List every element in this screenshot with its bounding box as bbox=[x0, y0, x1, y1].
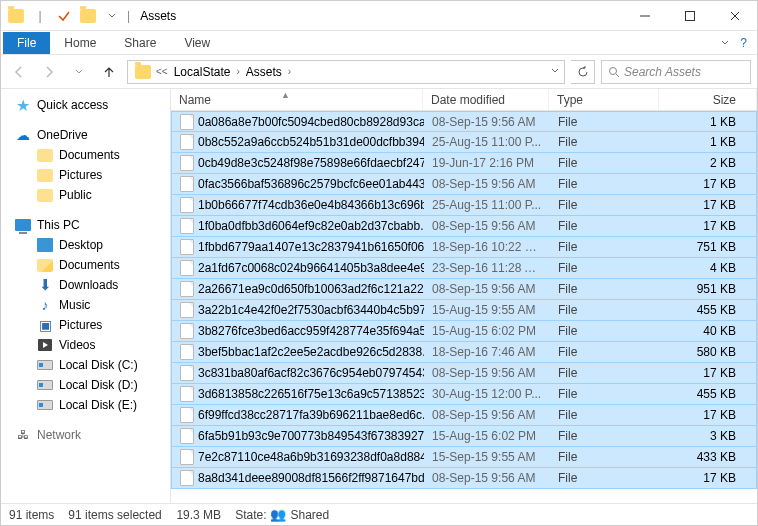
minimize-button[interactable] bbox=[622, 1, 667, 31]
cell-type: File bbox=[550, 366, 660, 380]
table-row[interactable]: 8a8d341deee89008df81566f2ff9871647bd...0… bbox=[171, 468, 757, 489]
refresh-button[interactable] bbox=[571, 60, 595, 84]
close-button[interactable] bbox=[712, 1, 757, 31]
properties-icon[interactable] bbox=[53, 5, 75, 27]
cell-type: File bbox=[550, 471, 660, 485]
column-date[interactable]: Date modified bbox=[423, 89, 549, 110]
tree-onedrive-pictures[interactable]: Pictures bbox=[3, 165, 168, 185]
file-icon bbox=[180, 114, 194, 130]
table-row[interactable]: 0a086a8e7b00fc5094cbed80cb8928d93ca...08… bbox=[171, 111, 757, 132]
tree-onedrive-documents[interactable]: Documents bbox=[3, 145, 168, 165]
search-icon bbox=[608, 66, 620, 78]
tree-desktop[interactable]: Desktop bbox=[3, 235, 168, 255]
table-row[interactable]: 3a22b1c4e42f0e2f7530acbf63440b4c5b97...1… bbox=[171, 300, 757, 321]
file-icon bbox=[180, 176, 194, 192]
tab-file[interactable]: File bbox=[3, 32, 50, 54]
table-row[interactable]: 1b0b66677f74cdb36e0e4b84366b13c696b...25… bbox=[171, 195, 757, 216]
table-row[interactable]: 7e2c87110ce48a6b9b31693238df0a8d884...15… bbox=[171, 447, 757, 468]
chevron-right-icon[interactable]: << bbox=[156, 66, 168, 77]
tree-disk-e[interactable]: Local Disk (E:) bbox=[3, 395, 168, 415]
table-row[interactable]: 6fa5b91b93c9e700773b849543f67383927c...1… bbox=[171, 426, 757, 447]
tree-this-pc[interactable]: This PC bbox=[3, 215, 168, 235]
tab-view[interactable]: View bbox=[170, 32, 224, 54]
tree-videos[interactable]: Videos bbox=[3, 335, 168, 355]
address-bar[interactable]: << LocalState › Assets › bbox=[127, 60, 565, 84]
table-row[interactable]: 1fbbd6779aa1407e13c2837941b61650f06f...1… bbox=[171, 237, 757, 258]
help-icon[interactable]: ? bbox=[740, 36, 747, 50]
cloud-icon: ☁ bbox=[15, 127, 31, 143]
chevron-right-icon[interactable]: › bbox=[288, 66, 291, 77]
table-row[interactable]: 2a26671ea9c0d650fb10063ad2f6c121a22d...0… bbox=[171, 279, 757, 300]
tree-music[interactable]: ♪Music bbox=[3, 295, 168, 315]
cell-date: 30-Aug-15 12:00 P... bbox=[424, 387, 550, 401]
table-row[interactable]: 1f0ba0dfbb3d6064ef9c82e0ab2d37cbabb...08… bbox=[171, 216, 757, 237]
table-row[interactable]: 6f99ffcd38cc28717fa39b696211bae8ed6c...0… bbox=[171, 405, 757, 426]
cell-name: 0fac3566baf536896c2579bcfc6ee01ab443... bbox=[172, 176, 424, 192]
breadcrumb-current[interactable]: Assets bbox=[242, 65, 286, 79]
cell-type: File bbox=[550, 282, 660, 296]
cell-size: 17 KB bbox=[660, 408, 756, 422]
chevron-right-icon[interactable]: › bbox=[236, 66, 239, 77]
column-name[interactable]: Name bbox=[171, 89, 423, 110]
column-type[interactable]: Type bbox=[549, 89, 659, 110]
cell-date: 23-Sep-16 11:28 AM bbox=[424, 261, 550, 275]
folder-icon bbox=[37, 167, 53, 183]
tree-disk-c[interactable]: Local Disk (C:) bbox=[3, 355, 168, 375]
addr-dropdown-icon[interactable] bbox=[550, 65, 560, 79]
maximize-button[interactable] bbox=[667, 1, 712, 31]
tree-onedrive[interactable]: ☁ OneDrive bbox=[3, 125, 168, 145]
tree-quick-access[interactable]: ★ Quick access bbox=[3, 95, 168, 115]
search-input[interactable]: Search Assets bbox=[601, 60, 751, 84]
cell-date: 08-Sep-15 9:56 AM bbox=[424, 408, 550, 422]
table-row[interactable]: 3d6813858c226516f75e13c6a9c571385239...3… bbox=[171, 384, 757, 405]
file-list[interactable]: 0a086a8e7b00fc5094cbed80cb8928d93ca...08… bbox=[171, 111, 757, 503]
cell-type: File bbox=[550, 324, 660, 338]
tree-pictures[interactable]: ▣Pictures bbox=[3, 315, 168, 335]
tab-home[interactable]: Home bbox=[50, 32, 110, 54]
cell-date: 08-Sep-15 9:56 AM bbox=[424, 282, 550, 296]
navigation-tree[interactable]: ★ Quick access ☁ OneDrive Documents Pict… bbox=[1, 89, 171, 503]
table-row[interactable]: 3bef5bbac1af2c2ee5e2acdbe926c5d2838...18… bbox=[171, 342, 757, 363]
table-row[interactable]: 2a1fd67c0068c024b96641405b3a8dee4e9...23… bbox=[171, 258, 757, 279]
tree-documents[interactable]: Documents bbox=[3, 255, 168, 275]
table-row[interactable]: 3b8276fce3bed6acc959f428774e35f694a5...1… bbox=[171, 321, 757, 342]
cell-name: 3bef5bbac1af2c2ee5e2acdbe926c5d2838... bbox=[172, 344, 424, 360]
forward-button[interactable] bbox=[37, 60, 61, 84]
table-row[interactable]: 0fac3566baf536896c2579bcfc6ee01ab443...0… bbox=[171, 174, 757, 195]
status-selected-count: 91 items selected 19.3 MB bbox=[68, 508, 221, 522]
column-size[interactable]: Size bbox=[659, 89, 757, 110]
tree-disk-d[interactable]: Local Disk (D:) bbox=[3, 375, 168, 395]
new-folder-icon[interactable] bbox=[77, 5, 99, 27]
qat-dropdown-icon[interactable] bbox=[101, 5, 123, 27]
back-button[interactable] bbox=[7, 60, 31, 84]
tree-downloads[interactable]: ⬇Downloads bbox=[3, 275, 168, 295]
cell-name: 1b0b66677f74cdb36e0e4b84366b13c696b... bbox=[172, 197, 424, 213]
disk-icon bbox=[37, 357, 53, 373]
table-row[interactable]: 0cb49d8e3c5248f98e75898e66fdaecbf247...1… bbox=[171, 153, 757, 174]
folder-icon bbox=[37, 257, 53, 273]
cell-date: 15-Aug-15 6:02 PM bbox=[424, 429, 550, 443]
breadcrumb-parent[interactable]: LocalState bbox=[170, 65, 235, 79]
tree-onedrive-public[interactable]: Public bbox=[3, 185, 168, 205]
status-state: State: 👥 Shared bbox=[235, 507, 329, 522]
file-icon bbox=[180, 428, 194, 444]
svg-point-2 bbox=[610, 67, 617, 74]
qat-separator: | bbox=[29, 5, 51, 27]
cell-date: 15-Aug-15 9:55 AM bbox=[424, 303, 550, 317]
table-row[interactable]: 0b8c552a9a6ccb524b51b31de00dcfbb394...25… bbox=[171, 132, 757, 153]
cell-type: File bbox=[550, 240, 660, 254]
cell-size: 2 KB bbox=[660, 156, 756, 170]
ribbon-expand-icon[interactable] bbox=[720, 36, 730, 50]
file-icon bbox=[180, 407, 194, 423]
tree-network[interactable]: 🖧 Network bbox=[3, 425, 168, 445]
titlebar: | | Assets bbox=[1, 1, 757, 31]
ribbon-tabs: File Home Share View ? bbox=[1, 31, 757, 55]
cell-name: 2a26671ea9c0d650fb10063ad2f6c121a22d... bbox=[172, 281, 424, 297]
cell-type: File bbox=[550, 156, 660, 170]
table-row[interactable]: 3c831ba80af6acf82c3676c954eb07974543...0… bbox=[171, 363, 757, 384]
file-icon bbox=[180, 344, 194, 360]
file-icon bbox=[180, 386, 194, 402]
tab-share[interactable]: Share bbox=[110, 32, 170, 54]
up-button[interactable] bbox=[97, 60, 121, 84]
recent-dropdown-icon[interactable] bbox=[67, 60, 91, 84]
